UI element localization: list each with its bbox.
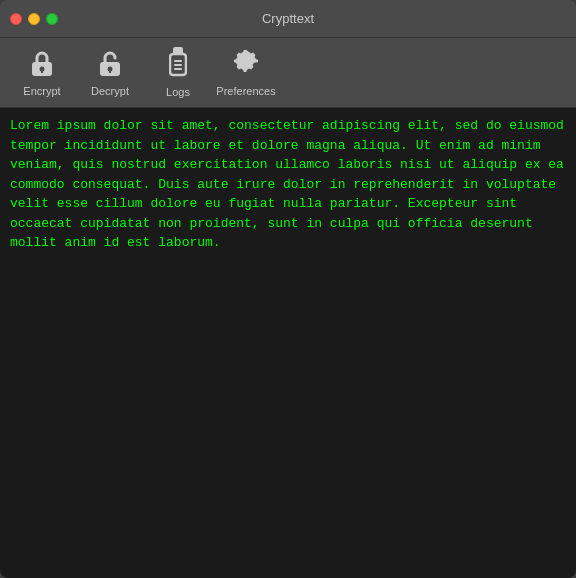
svg-rect-10: [174, 68, 182, 70]
svg-rect-2: [41, 69, 43, 73]
preferences-button[interactable]: Preferences: [214, 44, 278, 102]
decrypt-label: Decrypt: [91, 85, 129, 97]
preferences-label: Preferences: [216, 85, 275, 97]
encrypt-button[interactable]: Encrypt: [10, 44, 74, 102]
svg-rect-5: [109, 69, 111, 73]
close-button[interactable]: [10, 13, 22, 25]
lock-closed-icon: [29, 48, 55, 81]
content-area[interactable]: Lorem ipsum dolor sit amet, consectetur …: [0, 108, 576, 578]
decrypt-button[interactable]: Decrypt: [78, 44, 142, 102]
content-text: Lorem ipsum dolor sit amet, consectetur …: [10, 116, 566, 253]
logs-icon: [169, 47, 187, 82]
gear-icon: [232, 48, 260, 81]
app-window: Crypttext Encrypt: [0, 0, 576, 578]
logs-button[interactable]: Logs: [146, 44, 210, 102]
svg-rect-8: [174, 60, 182, 62]
svg-rect-9: [174, 64, 182, 66]
title-bar: Crypttext: [0, 0, 576, 38]
toolbar: Encrypt Decrypt: [0, 38, 576, 108]
lock-open-icon: [97, 48, 123, 81]
minimize-button[interactable]: [28, 13, 40, 25]
logs-label: Logs: [166, 86, 190, 98]
maximize-button[interactable]: [46, 13, 58, 25]
traffic-lights: [10, 13, 58, 25]
encrypt-label: Encrypt: [23, 85, 60, 97]
window-title: Crypttext: [262, 11, 314, 26]
